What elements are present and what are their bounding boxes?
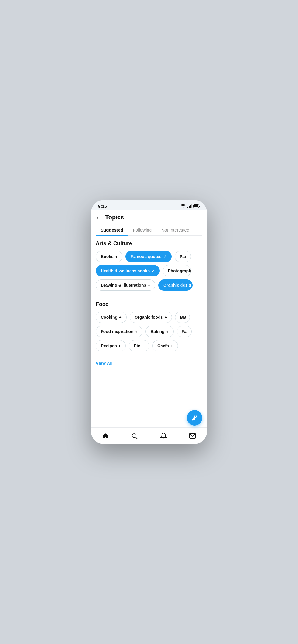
tag-baking[interactable]: Baking + [145,326,173,337]
tag-books-icon: + [115,254,118,259]
tag-famous-quotes-label: Famous quotes [131,254,161,259]
tag-food-inspiration-label: Food inspiration [101,329,134,334]
tab-not-interested[interactable]: Not Interested [156,224,194,235]
tag-photography-label: Photography [168,268,191,273]
tag-books[interactable]: Books + [96,251,122,262]
compose-icon [191,415,198,421]
page-title: Topics [105,214,124,221]
tag-food-inspiration[interactable]: Food inspiration + [96,326,142,337]
section-food: Food Cooking + Organic foods + BB [91,296,207,357]
header: ← Topics Suggested Following Not Interes… [91,210,207,236]
arts-row-2: Health & wellness books ✓ Photography [96,265,202,276]
battery-icon [193,204,200,208]
tag-baking-label: Baking [150,329,164,334]
tag-photography[interactable]: Photography [163,265,191,276]
tag-cooking-icon: + [119,315,122,320]
back-button[interactable]: ← [96,215,102,221]
mail-icon [189,432,196,440]
phone-shell: 9:15 [91,200,207,444]
food-row-2: Food inspiration + Baking + Fa [96,326,202,337]
app-content: ← Topics Suggested Following Not Interes… [91,210,207,444]
tag-famous-quotes[interactable]: Famous quotes ✓ [125,251,171,262]
tag-drawing-illustrations-label: Drawing & illustrations [101,283,146,287]
tag-cooking[interactable]: Cooking + [96,312,127,323]
tag-painting-label: Pai [180,254,186,259]
tag-chefs-label: Chefs [157,343,169,348]
tag-bbq[interactable]: BB [175,312,190,323]
tag-recipes[interactable]: Recipes + [96,340,126,351]
tag-drawing-icon: + [148,283,150,287]
tag-fa[interactable]: Fa [177,326,192,337]
section-arts-culture: Arts & Culture Books + Famous quotes ✓ P… [91,236,207,296]
tag-food-inspiration-icon: + [135,329,138,334]
view-all-button[interactable]: View All [91,357,207,371]
tag-chefs[interactable]: Chefs + [152,340,178,351]
tag-health-wellness-icon: ✓ [151,269,155,273]
tag-books-label: Books [101,254,114,259]
wifi-icon [181,204,186,208]
tag-painting[interactable]: Pai [175,251,191,262]
tag-recipes-label: Recipes [101,343,117,348]
food-row-3: Recipes + Pie + Chefs + [96,340,202,351]
nav-messages[interactable] [186,429,199,443]
tag-graphic-design[interactable]: Graphic desig… [158,279,193,291]
header-title-row: ← Topics [96,214,202,221]
home-icon [102,432,109,440]
tag-organic-foods-icon: + [165,315,167,320]
tag-recipes-icon: + [119,344,121,348]
section-title-arts-culture: Arts & Culture [96,240,202,247]
svg-rect-0 [187,207,188,208]
signal-icon [187,204,192,208]
compose-fab[interactable] [187,410,202,426]
tag-drawing-illustrations[interactable]: Drawing & illustrations + [96,279,155,291]
bell-icon [160,432,167,440]
tag-pie-icon: + [142,344,144,348]
status-icons [181,204,200,208]
nav-home[interactable] [99,429,112,443]
arts-row-3: Drawing & illustrations + Graphic desig… [96,279,202,291]
tabs: Suggested Following Not Interested [96,224,202,236]
tab-suggested[interactable]: Suggested [96,224,128,235]
nav-search[interactable] [128,429,141,443]
svg-rect-1 [189,206,190,208]
svg-rect-2 [190,205,191,208]
tag-organic-foods[interactable]: Organic foods + [130,312,172,323]
tag-baking-icon: + [166,329,169,334]
tag-chefs-icon: + [171,344,173,348]
svg-line-7 [136,437,138,439]
tag-famous-quotes-icon: ✓ [163,254,167,259]
tag-pie[interactable]: Pie + [129,340,149,351]
arts-row-1: Books + Famous quotes ✓ Pai [96,251,202,262]
search-icon [131,432,138,440]
tab-following[interactable]: Following [128,224,156,235]
tag-health-wellness[interactable]: Health & wellness books ✓ [96,265,160,276]
tag-graphic-design-label: Graphic desig… [163,283,193,287]
tag-health-wellness-label: Health & wellness books [101,268,150,273]
tag-organic-foods-label: Organic foods [135,315,163,320]
scroll-content[interactable]: Arts & Culture Books + Famous quotes ✓ P… [91,236,207,427]
svg-rect-3 [191,204,192,208]
tag-bbq-label: BB [180,315,186,320]
svg-rect-5 [194,205,198,207]
tag-pie-label: Pie [134,343,140,348]
tag-cooking-label: Cooking [101,315,117,320]
tag-fa-label: Fa [182,329,187,334]
status-bar: 9:15 [91,200,207,210]
bottom-nav [91,427,207,444]
section-title-food: Food [96,301,202,307]
status-time: 9:15 [98,204,107,209]
nav-notifications[interactable] [157,429,170,443]
food-row-1: Cooking + Organic foods + BB [96,312,202,323]
